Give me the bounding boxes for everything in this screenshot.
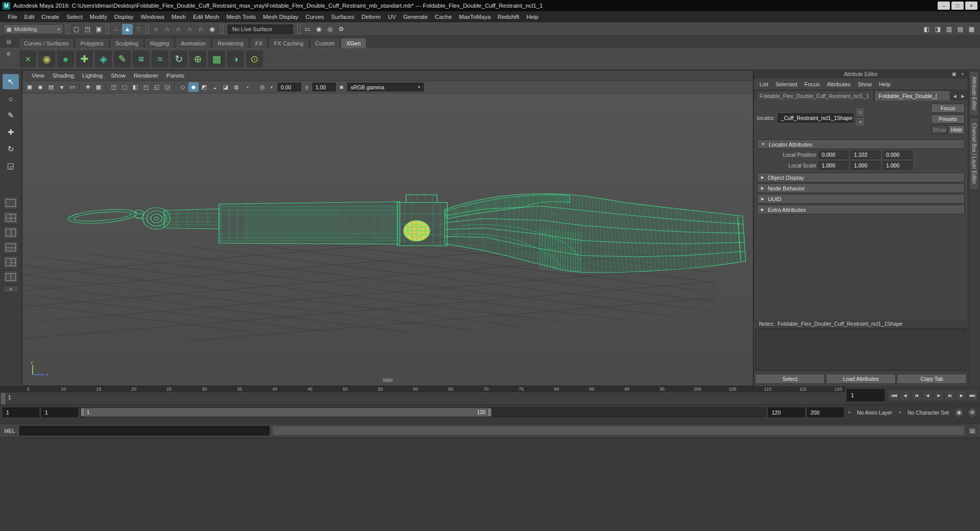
list-history-icon[interactable]: ⊟ [856,118,864,126]
wireframe-display-icon[interactable]: ◇ [178,82,188,92]
scene-new-icon[interactable]: ▢ [71,24,82,35]
gate-mask-icon[interactable]: ◧ [130,82,140,92]
attribute-editor-header[interactable]: Attribute Editor ▣ × [754,70,968,79]
resolution-gate-icon[interactable]: ▢ [119,82,130,92]
xgen-preview-icon[interactable]: ● [57,51,74,67]
menu-file[interactable]: File [4,12,21,21]
layout-four-pane-button[interactable] [3,211,18,224]
shelf-gear-icon[interactable]: ⚙ [4,50,13,57]
menu-select[interactable]: Select [63,12,86,21]
minimize-button[interactable]: – [938,2,950,10]
shelf-tab-rendering[interactable]: Rendering [212,38,249,48]
play-forwards-button[interactable]: ▶ [934,390,944,400]
playback-end-field[interactable]: 120 [768,407,805,417]
ae-menu-list[interactable]: List [756,80,772,88]
render-current-frame-icon[interactable]: ◉ [313,24,324,35]
select-button[interactable]: Select [755,374,825,384]
locator-name-field[interactable]: _Cuff_Restraint_ncl1_1Shape [778,113,853,123]
menu-uv[interactable]: UV [384,12,400,21]
menu-help[interactable]: Help [523,12,542,21]
make-live-icon[interactable]: ◉ [207,24,217,35]
go-to-start-button[interactable]: |◀◀ [889,390,899,400]
menu-windows[interactable]: Windows [137,12,168,21]
anim-layer-select[interactable]: No Anim Layer [855,409,894,416]
menu-redshift[interactable]: Redshift [494,12,523,21]
xgen-add-guide-icon[interactable]: ✚ [76,51,93,67]
local-scale-x-field[interactable]: 1.000 [819,161,848,170]
shelf-tab-polygons[interactable]: Polygons [75,38,109,48]
ae-tab-foldable-flex-double-cuff-restraint-ncl1-1[interactable]: Foldable_Flex_Double_Cuff_Restraint_ncl1… [755,90,874,101]
menu-mesh-display[interactable]: Mesh Display [259,12,302,21]
ae-menu-help[interactable]: Help [875,80,894,88]
color-management-icon[interactable]: ◙ [337,84,346,90]
menu-mesh[interactable]: Mesh [168,12,189,21]
separator-grip[interactable] [220,24,224,34]
xgen-move-guide-icon[interactable]: ◈ [95,51,112,67]
menu-edit[interactable]: Edit [21,12,38,21]
viewport-menu-renderer[interactable]: Renderer [130,71,162,80]
select-hierarchy-icon[interactable]: ∴ [111,24,121,35]
dock-tab-attribute-editor[interactable]: Attribute Editor [969,71,979,116]
hide-button[interactable]: Hide [948,125,965,134]
lock-camera-icon[interactable]: ◉ [35,82,45,92]
separator-grip[interactable] [297,24,301,34]
safe-title-icon[interactable]: ◲ [162,82,173,92]
paint-select-tool[interactable]: ✎ [3,108,19,123]
textured-display-icon[interactable]: ◩ [199,82,209,92]
show-button[interactable]: Show [931,125,947,134]
snap-to-grid-icon[interactable]: ∩ [151,24,161,35]
command-language-label[interactable]: MEL [3,428,17,434]
exposure-icon[interactable]: ◐ [268,84,276,90]
select-camera-icon[interactable]: ▣ [24,82,35,92]
safe-action-icon[interactable]: ◱ [152,82,162,92]
character-set-menu-icon[interactable]: ▾ [896,408,903,417]
range-start-handle[interactable] [81,408,85,417]
modeling-toolkit-toggle-icon[interactable]: ◧ [921,24,932,35]
menu-mesh-tools[interactable]: Mesh Tools [223,12,259,21]
shaded-display-icon[interactable]: ◆ [188,82,199,92]
go-to-end-button[interactable]: ▶▶| [967,390,977,400]
step-forward-one-key-button[interactable]: ▶| [945,390,955,400]
notes-textarea[interactable] [755,328,967,371]
menu-deform[interactable]: Deform [358,12,384,21]
ae-menu-show[interactable]: Show [854,80,875,88]
xgen-create-description-icon[interactable]: × [19,51,36,67]
gamma-icon[interactable]: γ [303,84,311,90]
2d-pan-zoom-icon[interactable]: ✚ [83,82,93,92]
layout-three-pane-button[interactable] [3,256,18,269]
snap-to-point-icon[interactable]: ∩ [173,24,184,35]
node-behavior-header[interactable]: ▶Node Behavior [757,183,965,193]
playback-start-field[interactable]: 1 [41,407,78,417]
menu-display[interactable]: Display [111,12,137,21]
live-surface-field[interactable]: No Live Surface [228,25,293,34]
layout-two-pane-stacked-button[interactable] [3,241,18,254]
xgen-length-brush-icon[interactable]: ≈ [152,51,168,67]
presets-button[interactable]: Presets [931,114,965,124]
film-gate-icon[interactable]: ◫ [109,82,119,92]
uuid-header[interactable]: ▶UUID [757,194,965,204]
menu-maxtomaya[interactable]: MaxToMaya [455,12,494,21]
ae-menu-selected[interactable]: Selected [772,80,801,88]
layout-outliner-persp-button[interactable] [3,271,18,283]
timeline-track[interactable]: 1 [0,393,845,404]
shadows-icon[interactable]: ◪ [220,82,231,92]
layout-two-pane-side-button[interactable] [3,226,18,239]
lasso-select-tool[interactable]: ○ [3,91,19,106]
bookmarks-icon[interactable]: ▼ [57,82,67,92]
anim-layer-menu-icon[interactable]: ▾ [846,408,853,417]
menu-edit-mesh[interactable]: Edit Mesh [189,12,223,21]
scene-open-icon[interactable]: ◳ [82,24,93,35]
select-tool[interactable]: ↖ [3,74,19,89]
load-attributes-button[interactable]: Load Attributes [826,374,896,384]
step-back-one-frame-button[interactable]: ◀| [900,390,910,400]
current-frame-marker[interactable] [2,393,6,404]
xgen-rotate-brush-icon[interactable]: ↻ [170,51,187,67]
swap-node-icon[interactable]: ⊡ [856,109,864,116]
shelf-tab-fx[interactable]: FX [250,38,268,48]
color-space-select[interactable]: sRGB gamma ▾ [347,83,424,91]
local-position-z-field[interactable]: 0.000 [883,151,913,159]
copy-tab-button[interactable]: Copy Tab [897,374,967,384]
ae-menu-attributes[interactable]: Attributes [823,80,854,88]
menu-set-selector[interactable]: ▦ Modeling ▾ [3,24,63,34]
step-forward-one-frame-button[interactable]: |▶ [956,390,966,400]
